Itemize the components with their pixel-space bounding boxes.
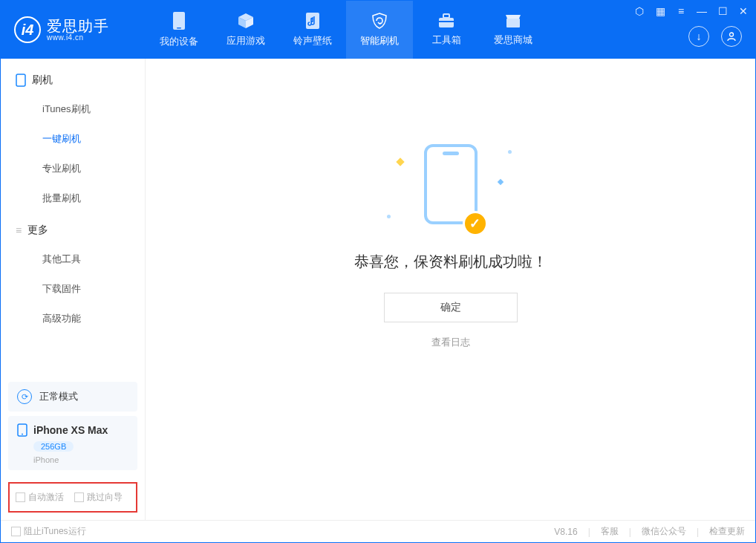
tab-label: 铃声壁纸	[293, 34, 332, 48]
support-link[interactable]: 客服	[601, 525, 619, 538]
success-illustration: ✓	[384, 144, 518, 233]
svg-rect-5	[439, 21, 454, 22]
group-title: 刷机	[32, 74, 53, 87]
sidebar-item-other-tools[interactable]: 其他工具	[1, 244, 145, 274]
success-panel: 恭喜您，保资料刷机成功啦！ 确定 查看日志	[354, 252, 547, 349]
refresh-shield-icon	[371, 12, 388, 30]
tab-label: 智能刷机	[360, 34, 399, 48]
checkbox-block-itunes[interactable]: 阻止iTunes运行	[11, 525, 86, 538]
svg-rect-1	[177, 27, 181, 29]
tab-label: 我的设备	[160, 35, 198, 48]
device-phone-icon	[17, 423, 27, 437]
sidebar-item-oneclick-flash[interactable]: 一键刷机	[1, 124, 145, 154]
check-update-link[interactable]: 检查更新	[709, 525, 745, 538]
mode-label: 正常模式	[39, 390, 78, 403]
svg-point-7	[730, 33, 734, 36]
view-log-link[interactable]: 查看日志	[354, 336, 547, 349]
tab-label: 应用游戏	[227, 34, 265, 48]
download-icon[interactable]: ↓	[688, 26, 709, 47]
toolbox-icon	[437, 13, 455, 29]
sidebar-item-download-firmware[interactable]: 下载固件	[1, 274, 145, 304]
list-icon: ≡	[16, 224, 22, 236]
tab-my-device[interactable]: 我的设备	[146, 1, 212, 59]
device-type: iPhone	[33, 455, 128, 464]
grid-icon[interactable]: ▦	[654, 5, 666, 17]
svg-point-10	[22, 434, 23, 435]
dot-icon	[387, 215, 391, 218]
wechat-link[interactable]: 微信公众号	[642, 525, 686, 538]
shirt-icon[interactable]: ⬡	[633, 5, 645, 17]
options-box: 自动激活 跳过向导	[8, 482, 137, 513]
window-controls: ⬡ ▦ ≡ ― ☐ ✕	[633, 5, 749, 17]
device-card[interactable]: iPhone XS Max 256GB iPhone	[8, 416, 137, 470]
device-icon	[172, 11, 186, 30]
checkbox-icon	[74, 492, 84, 502]
tab-ringtone-wallpaper[interactable]: 铃声壁纸	[279, 1, 346, 59]
store-icon	[504, 13, 522, 29]
music-file-icon	[304, 12, 321, 30]
phone-outline-icon	[16, 74, 26, 87]
main-content: ✓ 恭喜您，保资料刷机成功啦！ 确定 查看日志	[146, 59, 755, 520]
brand-url: www.i4.cn	[47, 33, 109, 42]
close-button[interactable]: ✕	[737, 5, 749, 17]
maximize-button[interactable]: ☐	[717, 5, 729, 17]
tab-label: 爱思商城	[494, 33, 532, 47]
nav-tabs: 我的设备 应用游戏 铃声壁纸 智能刷机 工具箱	[146, 1, 547, 59]
sidebar: 刷机 iTunes刷机 一键刷机 专业刷机 批量刷机 ≡ 更多 其他工具 下载固…	[1, 59, 146, 520]
svg-rect-0	[173, 12, 185, 30]
minimize-button[interactable]: ―	[696, 5, 708, 17]
checkbox-auto-activate[interactable]: 自动激活	[16, 491, 64, 504]
sidebar-item-itunes-flash[interactable]: iTunes刷机	[1, 94, 145, 124]
tab-smart-flash[interactable]: 智能刷机	[346, 1, 413, 59]
sidebar-item-pro-flash[interactable]: 专业刷机	[1, 154, 145, 183]
logo-area: i4 爱思助手 www.i4.cn	[1, 16, 146, 43]
header-right-icons: ↓	[688, 26, 742, 47]
sidebar-group-more: ≡ 更多	[1, 213, 145, 244]
checkbox-icon	[16, 492, 25, 502]
checkbox-icon	[11, 527, 21, 536]
tab-store[interactable]: 爱思商城	[480, 1, 547, 59]
cube-icon	[237, 12, 255, 30]
device-capacity: 256GB	[33, 441, 74, 452]
mode-card[interactable]: ⟳ 正常模式	[8, 382, 137, 412]
sidebar-group-flash: 刷机	[1, 63, 145, 94]
svg-rect-6	[506, 19, 520, 27]
success-message: 恭喜您，保资料刷机成功啦！	[354, 252, 547, 272]
version-label: V8.16	[554, 527, 577, 537]
spark-icon	[497, 179, 503, 185]
ok-button[interactable]: 确定	[384, 293, 518, 322]
brand-name: 爱思助手	[47, 19, 109, 33]
device-name: iPhone XS Max	[33, 424, 108, 436]
sidebar-item-advanced[interactable]: 高级功能	[1, 304, 145, 334]
tab-toolbox[interactable]: 工具箱	[413, 1, 480, 59]
tab-label: 工具箱	[432, 33, 461, 47]
user-icon[interactable]	[721, 26, 742, 47]
body: 刷机 iTunes刷机 一键刷机 专业刷机 批量刷机 ≡ 更多 其他工具 下载固…	[1, 59, 755, 520]
dot-icon	[508, 150, 512, 154]
svg-rect-3	[439, 18, 454, 27]
svg-rect-8	[16, 74, 25, 86]
sidebar-item-batch-flash[interactable]: 批量刷机	[1, 183, 145, 213]
mode-icon: ⟳	[17, 389, 32, 404]
menu-icon[interactable]: ≡	[675, 5, 687, 17]
tab-apps-games[interactable]: 应用游戏	[212, 1, 279, 59]
check-badge-icon: ✓	[463, 211, 488, 236]
svg-rect-4	[443, 14, 449, 18]
checkbox-skip-guide[interactable]: 跳过向导	[74, 491, 123, 504]
group-title: 更多	[27, 224, 48, 237]
logo-icon: i4	[14, 16, 41, 43]
app-header: i4 爱思助手 www.i4.cn 我的设备 应用游戏 铃声壁纸	[1, 1, 755, 59]
logo-text: 爱思助手 www.i4.cn	[47, 19, 109, 42]
status-bar: 阻止iTunes运行 V8.16 | 客服 | 微信公众号 | 检查更新	[1, 520, 755, 542]
spark-icon	[396, 157, 404, 166]
